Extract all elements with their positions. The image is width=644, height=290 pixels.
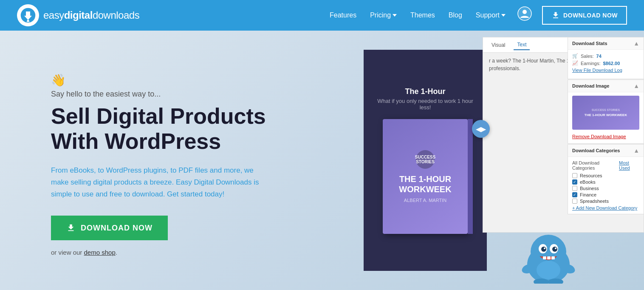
earnings-row: 📈 Earnings: $862.00 bbox=[572, 60, 639, 66]
tab-visual[interactable]: Visual bbox=[488, 40, 508, 50]
mockup-container: The 1-Hour What if you only needed to wo… bbox=[364, 37, 644, 284]
svg-point-5 bbox=[523, 10, 527, 14]
cat-ebooks-checkbox[interactable] bbox=[572, 179, 577, 185]
thumb-title: THE 1-HOUR WORKWEEK bbox=[585, 113, 627, 117]
image-toggle-icon[interactable]: ▲ bbox=[633, 82, 639, 89]
cat-ebooks: eBooks bbox=[572, 179, 639, 185]
hero-download-button[interactable]: DOWNLOAD NOW bbox=[51, 216, 168, 240]
cat-finance-label: Finance bbox=[580, 192, 596, 197]
hero-download-icon bbox=[66, 223, 76, 233]
stats-panel: Download Stats ▲ 🛒 Sales: 74 📈 Earnings: bbox=[568, 37, 644, 79]
remove-image-link[interactable]: Remove Download Image bbox=[572, 134, 626, 139]
hero-content: 👋 Say hello to the easiest way to... Sel… bbox=[51, 73, 266, 256]
navbar: easydigitaldownloads Features Pricing Th… bbox=[0, 0, 644, 31]
categories-header: All Download Categories Most Used bbox=[572, 160, 639, 171]
svg-point-10 bbox=[541, 247, 546, 252]
image-panel-title: Download Image bbox=[572, 83, 609, 88]
stats-toggle-icon[interactable]: ▲ bbox=[633, 40, 639, 47]
logo-svg bbox=[20, 7, 36, 23]
nav-features[interactable]: Features bbox=[330, 11, 356, 19]
book-author: ALBERT A. MARTIN bbox=[404, 198, 446, 203]
cat-finance: Finance bbox=[572, 192, 639, 197]
hero-title: Sell Digital Products With WordPress bbox=[51, 104, 266, 155]
cat-spreadsheets: Spreadsheets bbox=[572, 199, 639, 204]
categories-toggle-icon[interactable]: ▲ bbox=[633, 147, 639, 154]
book-title-top: The 1-Hour bbox=[405, 87, 445, 96]
cat-ebooks-label: eBooks bbox=[580, 179, 596, 185]
wave-emoji: 👋 bbox=[51, 73, 266, 87]
monster-character bbox=[521, 224, 576, 284]
earnings-label: Earnings: bbox=[581, 61, 600, 66]
thumb-badge-text: SUCCESS STORIES bbox=[592, 108, 620, 111]
nav-themes[interactable]: Themes bbox=[410, 11, 435, 19]
svg-rect-15 bbox=[547, 256, 551, 259]
categories-panel-header: Download Categories ▲ bbox=[568, 145, 644, 157]
cat-all-label: All Download Categories bbox=[572, 160, 619, 171]
thumbnail-image: SUCCESS STORIES THE 1-HOUR WORKWEEK bbox=[572, 96, 639, 130]
nav-blog[interactable]: Blog bbox=[449, 11, 462, 19]
cloud-download-icon bbox=[551, 11, 560, 20]
image-panel: Download Image ▲ SUCCESS STORIES THE 1-H… bbox=[568, 80, 644, 144]
cat-resources-checkbox[interactable] bbox=[572, 173, 577, 178]
svg-point-13 bbox=[555, 247, 556, 249]
carousel-arrows-icon: ◀▶ bbox=[476, 125, 486, 133]
stats-panel-title: Download Stats bbox=[572, 41, 607, 46]
cat-business-label: Business bbox=[580, 186, 599, 191]
cat-finance-checkbox[interactable] bbox=[572, 192, 577, 197]
cat-resources: Resources bbox=[572, 173, 639, 178]
hero-mockup: The 1-Hour What if you only needed to wo… bbox=[347, 31, 644, 290]
cat-resources-label: Resources bbox=[580, 173, 602, 178]
image-panel-header: Download Image ▲ bbox=[568, 80, 644, 92]
categories-panel-title: Download Categories bbox=[572, 148, 620, 153]
tab-text[interactable]: Text bbox=[514, 40, 530, 50]
add-category-link[interactable]: + Add New Download Category bbox=[572, 205, 639, 210]
nav-download-button[interactable]: DOWNLOAD NOW bbox=[542, 6, 627, 25]
cat-business: Business bbox=[572, 186, 639, 191]
pricing-chevron-icon bbox=[393, 14, 397, 17]
book-badge: SUCCESS STORIES bbox=[416, 150, 435, 169]
nav-links: Features Pricing Themes Blog Support bbox=[330, 11, 506, 19]
book-panel: The 1-Hour What if you only needed to wo… bbox=[364, 50, 487, 271]
file-download-log-link[interactable]: View File Download Log bbox=[572, 68, 639, 73]
logo-text: easydigitaldownloads bbox=[43, 9, 139, 21]
book-subtitle-top: What if you only needed to work 1 hour l… bbox=[372, 98, 478, 111]
account-icon[interactable] bbox=[517, 6, 532, 24]
cat-most-used-link[interactable]: Most Used bbox=[619, 160, 639, 171]
demo-shop-link[interactable]: demo shop bbox=[84, 249, 116, 256]
book-cover: SUCCESS STORIES THE 1-HOUR WORKWEEK ALBE… bbox=[383, 119, 468, 234]
hero-description: From eBooks, to WordPress plugins, to PD… bbox=[51, 165, 263, 200]
image-panel-content: SUCCESS STORIES THE 1-HOUR WORKWEEK Remo… bbox=[568, 92, 644, 143]
categories-panel-content: All Download Categories Most Used Resour… bbox=[568, 157, 644, 214]
svg-point-12 bbox=[544, 247, 545, 249]
book-badge-text: SUCCESS STORIES bbox=[415, 155, 435, 164]
sales-value: 74 bbox=[596, 54, 602, 59]
logo[interactable]: easydigitaldownloads bbox=[17, 4, 139, 26]
sales-label: Sales: bbox=[581, 54, 594, 59]
svg-rect-14 bbox=[543, 256, 546, 259]
hero-section: 👋 Say hello to the easiest way to... Sel… bbox=[0, 31, 644, 290]
hero-demo-text: or view our demo shop. bbox=[51, 249, 266, 256]
nav-support[interactable]: Support bbox=[476, 11, 506, 19]
cat-spreadsheets-label: Spreadsheets bbox=[580, 199, 609, 204]
monster-svg bbox=[521, 224, 576, 284]
svg-point-11 bbox=[552, 247, 557, 252]
carousel-button[interactable]: ◀▶ bbox=[472, 120, 490, 138]
earnings-value: $862.00 bbox=[603, 61, 620, 66]
stats-panel-content: 🛒 Sales: 74 📈 Earnings: $862.00 View Fil… bbox=[568, 50, 644, 79]
hero-subtitle: Say hello to the easiest way to... bbox=[51, 90, 266, 99]
sales-row: 🛒 Sales: 74 bbox=[572, 53, 639, 59]
stats-panel-header: Download Stats ▲ bbox=[568, 37, 644, 50]
categories-panel: Download Categories ▲ All Download Categ… bbox=[568, 144, 644, 214]
nav-pricing[interactable]: Pricing bbox=[370, 11, 397, 19]
logo-icon bbox=[17, 4, 39, 26]
svg-rect-16 bbox=[551, 256, 555, 259]
book-main-title: THE 1-HOUR WORKWEEK bbox=[391, 174, 459, 194]
sidebar-panels: Download Stats ▲ 🛒 Sales: 74 📈 Earnings: bbox=[568, 37, 644, 233]
cat-business-checkbox[interactable] bbox=[572, 186, 577, 191]
cat-spreadsheets-checkbox[interactable] bbox=[572, 199, 577, 204]
svg-point-17 bbox=[537, 261, 560, 279]
support-chevron-icon bbox=[501, 14, 506, 17]
